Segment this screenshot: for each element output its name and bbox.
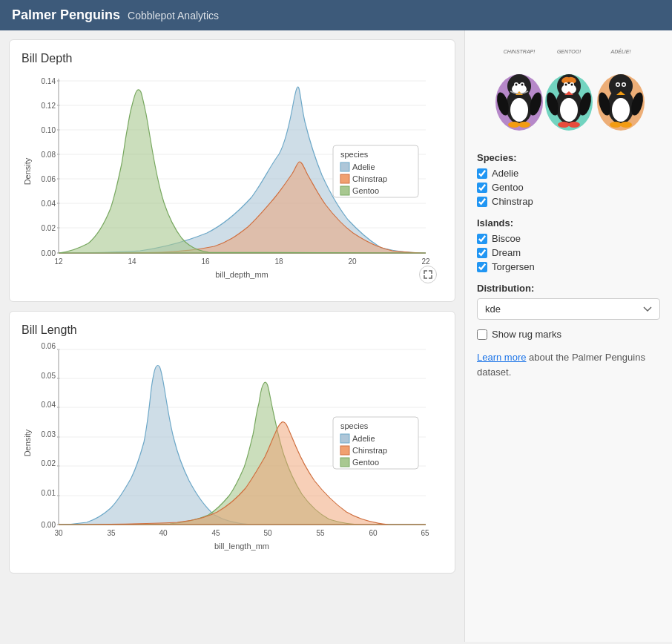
svg-text:Adelie: Adelie bbox=[352, 434, 375, 443]
svg-point-121 bbox=[610, 122, 622, 128]
distribution-section-label: Distribution: bbox=[477, 283, 660, 294]
species-gentoo-item: Gentoo bbox=[477, 182, 660, 193]
species-chinstrap-item: Chinstrap bbox=[477, 196, 660, 207]
bill-length-chart: 0.00 0.01 0.02 0.03 0.04 0.05 0.06 Densi… bbox=[22, 343, 437, 558]
svg-rect-35 bbox=[340, 162, 349, 171]
svg-text:0.02: 0.02 bbox=[42, 224, 56, 232]
svg-text:ADÉLIE!: ADÉLIE! bbox=[610, 48, 630, 54]
svg-text:Adelie: Adelie bbox=[352, 162, 375, 171]
species-gentoo-checkbox[interactable] bbox=[477, 183, 487, 193]
distribution-section: Distribution: kde histogram ecdf bbox=[477, 283, 660, 320]
svg-point-105 bbox=[570, 84, 573, 86]
svg-text:0.14: 0.14 bbox=[42, 77, 56, 85]
svg-text:0.08: 0.08 bbox=[42, 151, 56, 159]
svg-rect-39 bbox=[340, 186, 349, 195]
svg-text:Chinstrap: Chinstrap bbox=[352, 446, 387, 455]
svg-point-90 bbox=[521, 84, 523, 86]
svg-text:45: 45 bbox=[211, 529, 220, 537]
island-torgersen-label[interactable]: Torgersen bbox=[492, 261, 535, 272]
svg-text:0.10: 0.10 bbox=[42, 126, 56, 134]
svg-rect-37 bbox=[340, 174, 349, 183]
bill-depth-title: Bill Depth bbox=[22, 52, 443, 65]
svg-rect-77 bbox=[340, 446, 349, 455]
svg-point-124 bbox=[568, 122, 580, 128]
svg-rect-79 bbox=[340, 458, 349, 467]
sidebar: CHINSTRAP! bbox=[464, 30, 672, 642]
island-biscoe-checkbox[interactable] bbox=[477, 234, 487, 244]
svg-text:Density: Density bbox=[23, 157, 32, 185]
svg-text:14: 14 bbox=[128, 257, 136, 266]
svg-text:22: 22 bbox=[421, 257, 430, 266]
svg-point-96 bbox=[560, 98, 578, 122]
svg-text:Gentoo: Gentoo bbox=[352, 458, 379, 467]
species-chinstrap-checkbox[interactable] bbox=[477, 197, 487, 207]
bill-length-title: Bill Length bbox=[22, 323, 443, 337]
svg-text:GENTOO!: GENTOO! bbox=[556, 49, 580, 54]
island-biscoe-item: Biscoe bbox=[477, 233, 660, 244]
main-layout: Bill Depth 0.00 0.02 0.04 bbox=[0, 30, 672, 642]
svg-text:0.00: 0.00 bbox=[42, 249, 56, 257]
charts-panel: Bill Depth 0.00 0.02 0.04 bbox=[0, 30, 464, 642]
svg-text:18: 18 bbox=[274, 257, 283, 266]
svg-text:0.04: 0.04 bbox=[42, 200, 56, 208]
bill-depth-chart-container: 0.00 0.02 0.04 0.06 0.08 0.10 0.12 0.14 bbox=[22, 71, 443, 289]
species-chinstrap-label[interactable]: Chinstrap bbox=[492, 196, 533, 207]
svg-point-123 bbox=[558, 122, 570, 128]
app-subtitle: Cobblepot Analytics bbox=[128, 10, 219, 22]
penguin-illustration: CHINSTRAP! bbox=[484, 43, 654, 132]
rug-marks-section: Show rug marks bbox=[477, 329, 660, 340]
svg-point-122 bbox=[620, 122, 632, 128]
expand-bill-depth-icon[interactable] bbox=[419, 266, 437, 283]
penguin-image-area: CHINSTRAP! bbox=[477, 39, 660, 136]
distribution-select[interactable]: kde histogram ecdf bbox=[477, 298, 660, 320]
app-title: Palmer Penguins bbox=[12, 7, 120, 23]
svg-text:species: species bbox=[340, 421, 369, 430]
svg-point-88 bbox=[515, 84, 517, 86]
svg-text:species: species bbox=[340, 150, 369, 159]
svg-text:0.03: 0.03 bbox=[42, 430, 56, 438]
species-adelie-checkbox[interactable] bbox=[477, 168, 487, 179]
svg-text:Density: Density bbox=[23, 429, 32, 456]
species-adelie-label[interactable]: Adelie bbox=[492, 168, 518, 179]
species-adelie-item: Adelie bbox=[477, 168, 660, 179]
island-torgersen-checkbox[interactable] bbox=[477, 262, 487, 272]
svg-point-103 bbox=[564, 84, 567, 86]
bill-depth-card: Bill Depth 0.00 0.02 0.04 bbox=[9, 39, 455, 302]
species-gentoo-label[interactable]: Gentoo bbox=[492, 182, 524, 193]
learn-more-section: Learn more about the Palmer Penguins dat… bbox=[477, 350, 660, 379]
svg-rect-75 bbox=[340, 434, 349, 443]
island-dream-label[interactable]: Dream bbox=[492, 247, 521, 258]
svg-point-111 bbox=[612, 98, 630, 122]
svg-point-116 bbox=[616, 84, 619, 86]
learn-more-link[interactable]: Learn more bbox=[477, 352, 526, 363]
svg-text:0.05: 0.05 bbox=[42, 372, 56, 380]
svg-text:Chinstrap: Chinstrap bbox=[352, 174, 387, 183]
svg-text:0.00: 0.00 bbox=[42, 521, 56, 529]
bill-length-chart-container: 0.00 0.01 0.02 0.03 0.04 0.05 0.06 Densi… bbox=[22, 343, 443, 561]
svg-text:60: 60 bbox=[369, 529, 378, 537]
svg-text:20: 20 bbox=[348, 257, 357, 266]
island-torgersen-item: Torgersen bbox=[477, 261, 660, 272]
island-dream-item: Dream bbox=[477, 247, 660, 258]
svg-point-126 bbox=[518, 122, 530, 128]
svg-text:50: 50 bbox=[263, 529, 272, 537]
svg-text:bill_depth_mm: bill_depth_mm bbox=[215, 270, 269, 279]
svg-text:0.06: 0.06 bbox=[42, 175, 56, 183]
species-section-label: Species: bbox=[477, 152, 660, 163]
rug-marks-label[interactable]: Show rug marks bbox=[492, 329, 561, 340]
svg-text:0.12: 0.12 bbox=[42, 102, 56, 110]
svg-text:40: 40 bbox=[159, 529, 168, 537]
svg-text:55: 55 bbox=[316, 529, 325, 537]
svg-text:35: 35 bbox=[107, 529, 116, 537]
islands-section-label: Islands: bbox=[477, 217, 660, 229]
bill-length-card: Bill Length 0.00 0.01 0.02 0.03 0.04 0.0… bbox=[9, 311, 455, 574]
app-header: Palmer Penguins Cobblepot Analytics bbox=[0, 0, 672, 30]
svg-point-125 bbox=[508, 122, 520, 128]
svg-text:bill_length_mm: bill_length_mm bbox=[214, 542, 269, 551]
svg-text:16: 16 bbox=[201, 257, 210, 266]
svg-text:65: 65 bbox=[421, 529, 429, 537]
island-dream-checkbox[interactable] bbox=[477, 248, 487, 258]
rug-marks-checkbox[interactable] bbox=[477, 329, 487, 340]
svg-text:0.02: 0.02 bbox=[42, 459, 56, 467]
island-biscoe-label[interactable]: Biscoe bbox=[492, 233, 521, 244]
